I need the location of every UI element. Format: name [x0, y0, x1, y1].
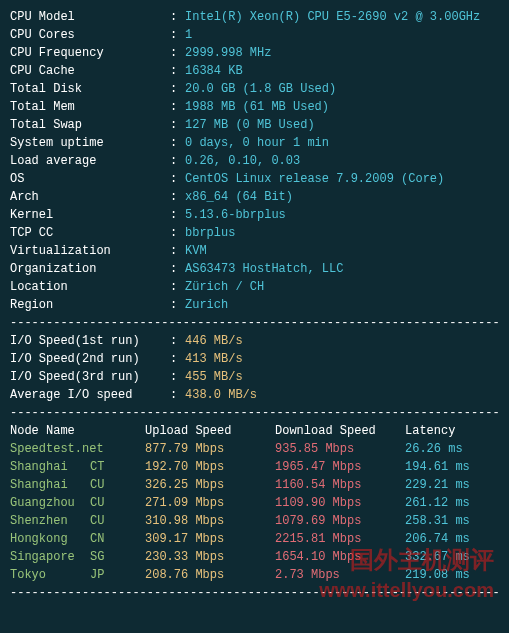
sysinfo-label: Total Mem	[10, 98, 170, 116]
speedtest-row: GuangzhouCU271.09 Mbps1109.90 Mbps261.12…	[10, 494, 499, 512]
speed-upload: 208.76 Mbps	[145, 566, 275, 584]
speed-node: GuangzhouCU	[10, 494, 145, 512]
sysinfo-value: 0 days, 0 hour 1 min	[185, 134, 329, 152]
sysinfo-label: Total Swap	[10, 116, 170, 134]
io-row: Average I/O speed:438.0 MB/s	[10, 386, 499, 404]
sysinfo-row: Kernel:5.13.6-bbrplus	[10, 206, 499, 224]
sysinfo-value: bbrplus	[185, 224, 235, 242]
sysinfo-row: Region:Zurich	[10, 296, 499, 314]
io-value: 455 MB/s	[185, 368, 243, 386]
speed-node: ShenzhenCU	[10, 512, 145, 530]
speedtest-header: Node Name Upload Speed Download Speed La…	[10, 422, 499, 440]
sysinfo-label: CPU Frequency	[10, 44, 170, 62]
sysinfo-row: Organization:AS63473 HostHatch, LLC	[10, 260, 499, 278]
speedtest-row: HongkongCN309.17 Mbps2215.81 Mbps206.74 …	[10, 530, 499, 548]
sysinfo-value: 1	[185, 26, 192, 44]
colon: :	[170, 44, 185, 62]
colon: :	[170, 134, 185, 152]
speed-download: 1079.69 Mbps	[275, 512, 405, 530]
sysinfo-row: Total Mem:1988 MB (61 MB Used)	[10, 98, 499, 116]
colon: :	[170, 332, 185, 350]
sysinfo-value: Zürich / CH	[185, 278, 264, 296]
sysinfo-row: Total Disk:20.0 GB (1.8 GB Used)	[10, 80, 499, 98]
sysinfo-label: Kernel	[10, 206, 170, 224]
speed-latency: 26.26 ms	[405, 440, 463, 458]
speedtest-row: ShanghaiCU326.25 Mbps1160.54 Mbps229.21 …	[10, 476, 499, 494]
colon: :	[170, 350, 185, 368]
colon: :	[170, 80, 185, 98]
sysinfo-value: 20.0 GB (1.8 GB Used)	[185, 80, 336, 98]
speed-upload: 271.09 Mbps	[145, 494, 275, 512]
speed-download: 2215.81 Mbps	[275, 530, 405, 548]
sysinfo-row: CPU Model:Intel(R) Xeon(R) CPU E5-2690 v…	[10, 8, 499, 26]
io-label: I/O Speed(1st run)	[10, 332, 170, 350]
sysinfo-label: CPU Cores	[10, 26, 170, 44]
colon: :	[170, 224, 185, 242]
speedtest-section: Speedtest.net877.79 Mbps935.85 Mbps26.26…	[10, 440, 499, 584]
speed-download: 1160.54 Mbps	[275, 476, 405, 494]
colon: :	[170, 386, 185, 404]
sysinfo-row: CPU Cores:1	[10, 26, 499, 44]
colon: :	[170, 170, 185, 188]
sysinfo-label: Location	[10, 278, 170, 296]
sysinfo-row: CPU Frequency:2999.998 MHz	[10, 44, 499, 62]
sysinfo-value: 16384 KB	[185, 62, 243, 80]
colon: :	[170, 26, 185, 44]
speed-latency: 332.67 ms	[405, 548, 470, 566]
sysinfo-value: 0.26, 0.10, 0.03	[185, 152, 300, 170]
speedtest-row: ShanghaiCT192.70 Mbps1965.47 Mbps194.61 …	[10, 458, 499, 476]
colon: :	[170, 152, 185, 170]
sysinfo-value: CentOS Linux release 7.9.2009 (Core)	[185, 170, 444, 188]
sysinfo-label: Load average	[10, 152, 170, 170]
io-section: I/O Speed(1st run):446 MB/sI/O Speed(2nd…	[10, 332, 499, 404]
sysinfo-label: Arch	[10, 188, 170, 206]
speedtest-row: SingaporeSG230.33 Mbps1654.10 Mbps332.67…	[10, 548, 499, 566]
sysinfo-value: Intel(R) Xeon(R) CPU E5-2690 v2 @ 3.00GH…	[185, 8, 480, 26]
sysinfo-row: Load average:0.26, 0.10, 0.03	[10, 152, 499, 170]
speed-download: 1654.10 Mbps	[275, 548, 405, 566]
speed-latency: 261.12 ms	[405, 494, 470, 512]
sysinfo-row: System uptime:0 days, 0 hour 1 min	[10, 134, 499, 152]
sysinfo-value: 1988 MB (61 MB Used)	[185, 98, 329, 116]
sysinfo-row: TCP CC:bbrplus	[10, 224, 499, 242]
speed-node: ShanghaiCT	[10, 458, 145, 476]
sysinfo-label: System uptime	[10, 134, 170, 152]
sysinfo-label: Virtualization	[10, 242, 170, 260]
speed-download: 2.73 Mbps	[275, 566, 405, 584]
header-latency: Latency	[405, 422, 455, 440]
speed-upload: 310.98 Mbps	[145, 512, 275, 530]
sysinfo-value: AS63473 HostHatch, LLC	[185, 260, 343, 278]
colon: :	[170, 62, 185, 80]
sysinfo-row: Location:Zürich / CH	[10, 278, 499, 296]
speed-node: TokyoJP	[10, 566, 145, 584]
colon: :	[170, 296, 185, 314]
io-value: 438.0 MB/s	[185, 386, 257, 404]
speed-latency: 219.08 ms	[405, 566, 470, 584]
header-upload: Upload Speed	[145, 422, 275, 440]
speed-latency: 258.31 ms	[405, 512, 470, 530]
speedtest-row: ShenzhenCU310.98 Mbps1079.69 Mbps258.31 …	[10, 512, 499, 530]
colon: :	[170, 206, 185, 224]
sysinfo-label: Organization	[10, 260, 170, 278]
header-download: Download Speed	[275, 422, 405, 440]
sysinfo-value: 5.13.6-bbrplus	[185, 206, 286, 224]
io-label: Average I/O speed	[10, 386, 170, 404]
sysinfo-label: Total Disk	[10, 80, 170, 98]
colon: :	[170, 98, 185, 116]
separator: ----------------------------------------…	[10, 404, 499, 422]
speed-latency: 194.61 ms	[405, 458, 470, 476]
separator: ----------------------------------------…	[10, 584, 499, 602]
speed-node: SingaporeSG	[10, 548, 145, 566]
sysinfo-label: Region	[10, 296, 170, 314]
colon: :	[170, 188, 185, 206]
speed-latency: 229.21 ms	[405, 476, 470, 494]
colon: :	[170, 242, 185, 260]
sysinfo-label: CPU Cache	[10, 62, 170, 80]
io-label: I/O Speed(3rd run)	[10, 368, 170, 386]
speed-node: ShanghaiCU	[10, 476, 145, 494]
colon: :	[170, 116, 185, 134]
speed-upload: 309.17 Mbps	[145, 530, 275, 548]
speed-download: 935.85 Mbps	[275, 440, 405, 458]
speed-download: 1109.90 Mbps	[275, 494, 405, 512]
sysinfo-value: x86_64 (64 Bit)	[185, 188, 293, 206]
